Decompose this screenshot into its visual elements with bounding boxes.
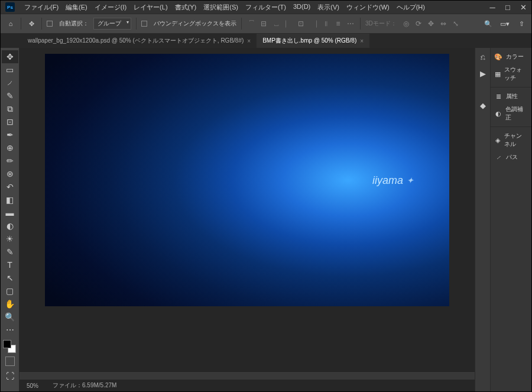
tab-close-icon[interactable]: × — [247, 38, 251, 44]
align-hcenter-icon[interactable]: ⊡ — [296, 19, 306, 28]
options-bar: ⌂ ✥ 自動選択： グループ バウンディングボックスを表示 ⎴ ⊟ ⎵ ⎸ ⊡ … — [1, 14, 531, 34]
maximize-button[interactable]: □ — [504, 4, 511, 11]
gradient-tool[interactable]: ▬ — [2, 206, 18, 219]
sliders-icon: ≣ — [494, 92, 502, 101]
actions-icon[interactable]: ▶ — [478, 68, 488, 79]
workspace-icon[interactable]: ▭▾ — [499, 18, 510, 29]
foreground-swatch[interactable] — [3, 340, 11, 348]
home-icon[interactable]: ⌂ — [5, 18, 16, 29]
menu-type[interactable]: 書式(Y) — [171, 1, 200, 14]
panel-icon-strip: ⎌ ▶ ◆ — [475, 48, 491, 391]
align-icons: ⎴ ⊟ ⎵ ⎸ ⊡ ⎹ ⫴ ≡ ⋯ — [246, 19, 355, 28]
history-icon[interactable]: ⎌ — [478, 51, 488, 62]
toolbox: ✥ ▭ ⟋ ✎ ⧉ ⊡ ✒ ⊕ ✏ ⊛ ↶ ◧ ▬ ◐ ☀ ✎ T ↖ ▢ ✋ … — [1, 48, 20, 391]
eyedropper-tool[interactable]: ✒ — [2, 128, 18, 141]
document-tabs: wallpaper_bg_1920x1200a.psd @ 50% (ベクトルス… — [1, 34, 531, 48]
panel-adjustments[interactable]: ◐色調補正 — [491, 103, 531, 124]
quickmask-toggle[interactable] — [5, 357, 15, 366]
history-brush-tool[interactable]: ↶ — [2, 180, 18, 193]
document-canvas[interactable]: iiyama✦ — [45, 54, 449, 306]
bounding-checkbox[interactable] — [141, 21, 147, 27]
crop-tool[interactable]: ⧉ — [2, 102, 18, 115]
color-swatches[interactable] — [3, 340, 16, 353]
canvas-brand-text: iiyama✦ — [372, 174, 414, 186]
group-dropdown[interactable]: グループ — [93, 18, 131, 30]
more-align-icon[interactable]: ⋯ — [346, 19, 355, 28]
panel-paths[interactable]: ⟋パス — [491, 151, 531, 164]
canvas-viewport[interactable]: iiyama✦ — [20, 48, 475, 371]
status-bar: 50% ファイル：6.59M/5.27M — [20, 380, 475, 391]
zoom-level[interactable]: 50% — [27, 383, 38, 389]
pen-tool[interactable]: ✎ — [2, 245, 18, 258]
align-right-icon[interactable]: ⎹ — [309, 19, 318, 28]
dodge-tool[interactable]: ☀ — [2, 232, 18, 245]
shape-tool[interactable]: ▢ — [2, 284, 18, 297]
search-icon[interactable]: 🔍 — [483, 18, 494, 29]
auto-select-checkbox[interactable] — [47, 21, 53, 27]
3d-scale-icon: ⤡ — [451, 19, 460, 28]
menu-view[interactable]: 表示(V) — [314, 1, 343, 14]
menu-3d[interactable]: 3D(D) — [290, 1, 314, 14]
tab-wallpaper[interactable]: wallpaper_bg_1920x1200a.psd @ 50% (ベクトルス… — [22, 34, 257, 48]
panel-swatches[interactable]: ▦スウォッチ — [491, 63, 531, 85]
3d-pan-icon: ✥ — [426, 19, 436, 28]
quick-select-tool[interactable]: ✎ — [2, 89, 18, 102]
bounding-label: バウンディングボックスを表示 — [154, 20, 236, 28]
path-icon: ⟋ — [494, 153, 502, 161]
move-tool-indicator-icon[interactable]: ✥ — [26, 18, 37, 29]
channels-icon: ◈ — [494, 136, 501, 144]
marquee-tool[interactable]: ▭ — [2, 63, 18, 76]
tab-close-icon[interactable]: × — [360, 38, 364, 44]
align-vcenter-icon[interactable]: ⊟ — [259, 19, 268, 28]
distribute-v-icon[interactable]: ≡ — [333, 19, 343, 28]
minimize-button[interactable]: ─ — [489, 4, 496, 11]
menu-filter[interactable]: フィルター(T) — [242, 1, 290, 14]
right-panels: ⎌ ▶ ◆ 🎨カラー ▦スウォッチ ≣属性 ◐色調補正 ◈チャンネル ⟋パス — [475, 48, 531, 391]
brush-tool[interactable]: ✏ — [2, 154, 18, 167]
menu-image[interactable]: イメージ(I) — [91, 1, 130, 14]
menu-select[interactable]: 選択範囲(S) — [200, 1, 242, 14]
menu-layer[interactable]: レイヤー(L) — [130, 1, 171, 14]
blur-tool[interactable]: ◐ — [2, 219, 18, 232]
tab-bmp-export[interactable]: BMP書き出し.bmp @ 50% (RGB/8) × — [257, 34, 369, 48]
frame-tool[interactable]: ⊡ — [2, 115, 18, 128]
panel-properties[interactable]: ≣属性 — [491, 90, 531, 103]
align-top-icon[interactable]: ⎴ — [246, 19, 256, 28]
move-tool[interactable]: ✥ — [2, 50, 18, 63]
menubar: ファイル(F) 編集(E) イメージ(I) レイヤー(L) 書式(Y) 選択範囲… — [21, 1, 429, 14]
horizontal-scrollbar[interactable] — [20, 371, 475, 380]
3d-roll-icon: ⟳ — [414, 19, 423, 28]
healing-tool[interactable]: ⊕ — [2, 141, 18, 154]
auto-select-label: 自動選択： — [59, 20, 89, 28]
brand-logo-icon: ✦ — [407, 176, 414, 185]
tab-label: wallpaper_bg_1920x1200a.psd @ 50% (ベクトルス… — [28, 37, 244, 45]
stamp-tool[interactable]: ⊛ — [2, 167, 18, 180]
titlebar: Ps ファイル(F) 編集(E) イメージ(I) レイヤー(L) 書式(Y) 選… — [1, 1, 531, 14]
3d-orbit-icon: ◎ — [401, 19, 411, 28]
eraser-tool[interactable]: ◧ — [2, 193, 18, 206]
edit-toolbar[interactable]: ⋯ — [2, 323, 18, 336]
menu-edit[interactable]: 編集(E) — [62, 1, 91, 14]
screenmode-toggle[interactable]: ⛶ — [2, 370, 18, 383]
lasso-tool[interactable]: ⟋ — [2, 76, 18, 89]
file-info[interactable]: ファイル：6.59M/5.27M — [53, 381, 116, 390]
align-bottom-icon[interactable]: ⎵ — [271, 19, 281, 28]
close-button[interactable]: ✕ — [520, 4, 527, 11]
3d-slide-icon: ⇔ — [439, 19, 448, 28]
path-select-tool[interactable]: ↖ — [2, 271, 18, 284]
layers-icon[interactable]: ◆ — [478, 100, 488, 111]
grid-icon: ▦ — [494, 70, 501, 78]
menu-help[interactable]: ヘルプ(H) — [393, 1, 429, 14]
menu-window[interactable]: ウィンドウ(W) — [343, 1, 393, 14]
align-left-icon[interactable]: ⎸ — [284, 19, 293, 28]
menu-file[interactable]: ファイル(F) — [21, 1, 62, 14]
share-icon[interactable]: ⇧ — [516, 18, 527, 29]
panel-color[interactable]: 🎨カラー — [491, 50, 531, 63]
panel-list: 🎨カラー ▦スウォッチ ≣属性 ◐色調補正 ◈チャンネル ⟋パス — [491, 48, 531, 391]
hand-tool[interactable]: ✋ — [2, 297, 18, 310]
panel-channels[interactable]: ◈チャンネル — [491, 129, 531, 151]
app-logo: Ps — [5, 2, 15, 12]
zoom-tool[interactable]: 🔍 — [2, 310, 18, 323]
distribute-h-icon[interactable]: ⫴ — [321, 19, 330, 28]
type-tool[interactable]: T — [2, 258, 18, 271]
